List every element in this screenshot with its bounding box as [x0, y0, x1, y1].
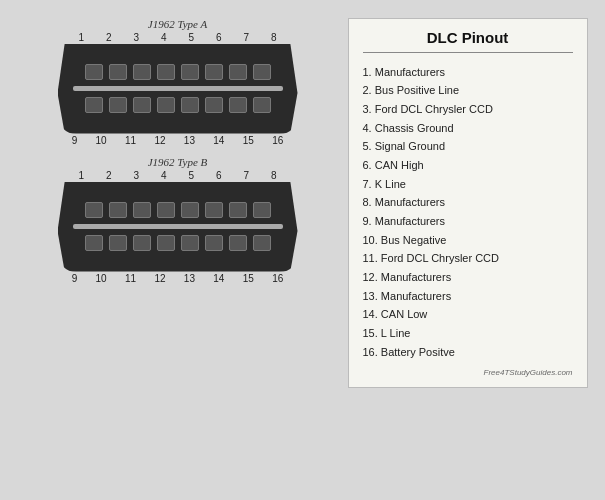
pin-b-num-3: 3: [133, 170, 139, 181]
pin-b8: [253, 202, 271, 218]
pin-num-15: 15: [243, 135, 254, 146]
pin-b15: [229, 235, 247, 251]
pinout-item-5: 5. Signal Ground: [363, 137, 573, 156]
pinout-item-13: 13. Manufacturers: [363, 287, 573, 306]
pin-b-num-8: 8: [271, 170, 277, 181]
pin-b-num-15: 15: [243, 273, 254, 284]
pin-b-num-13: 13: [184, 273, 195, 284]
pin-b16: [253, 235, 271, 251]
pinout-item-1: 1. Manufacturers: [363, 63, 573, 82]
pin-a15: [229, 97, 247, 113]
connector-a-row-top: [85, 64, 271, 80]
connector-a-top-pins: 1 2 3 4 5 6 7 8: [58, 32, 298, 43]
pinout-item-4: 4. Chassis Ground: [363, 119, 573, 138]
pin-b12: [157, 235, 175, 251]
pin-num-11: 11: [125, 135, 136, 146]
pinout-item-15: 15. L Line: [363, 324, 573, 343]
pin-b-num-7: 7: [243, 170, 249, 181]
pin-b-num-11: 11: [125, 273, 136, 284]
connector-a-title: J1962 Type A: [148, 18, 207, 30]
pin-num-3: 3: [133, 32, 139, 43]
pin-num-16: 16: [272, 135, 283, 146]
pin-b-num-14: 14: [213, 273, 224, 284]
main-container: J1962 Type A 1 2 3 4 5 6 7 8: [8, 8, 598, 493]
pin-a4: [157, 64, 175, 80]
pin-a9: [85, 97, 103, 113]
connector-b-title: J1962 Type B: [148, 156, 208, 168]
pin-num-14: 14: [213, 135, 224, 146]
watermark: Free4TStudyGuides.com: [363, 368, 573, 377]
pin-num-4: 4: [161, 32, 167, 43]
pin-b-num-1: 1: [78, 170, 84, 181]
connector-b-body: [58, 182, 298, 272]
pin-b-num-6: 6: [216, 170, 222, 181]
pin-b1: [85, 202, 103, 218]
pinout-list: 1. Manufacturers2. Bus Positive Line3. F…: [363, 63, 573, 362]
connector-b-row-bottom: [85, 235, 271, 251]
pin-num-5: 5: [188, 32, 194, 43]
pin-a10: [109, 97, 127, 113]
pin-b5: [181, 202, 199, 218]
pinout-item-6: 6. CAN High: [363, 156, 573, 175]
pinout-item-12: 12. Manufacturers: [363, 268, 573, 287]
pinout-item-3: 3. Ford DCL Chrysler CCD: [363, 100, 573, 119]
pin-b9: [85, 235, 103, 251]
pin-num-7: 7: [243, 32, 249, 43]
connector-b-row-top: [85, 202, 271, 218]
pinout-item-11: 11. Ford DCL Chrysler CCD: [363, 249, 573, 268]
connectors-section: J1962 Type A 1 2 3 4 5 6 7 8: [18, 18, 338, 284]
pin-b6: [205, 202, 223, 218]
pin-b2: [109, 202, 127, 218]
pin-b3: [133, 202, 151, 218]
pin-a16: [253, 97, 271, 113]
pin-b10: [109, 235, 127, 251]
pin-b-num-5: 5: [188, 170, 194, 181]
pin-b7: [229, 202, 247, 218]
pinout-item-14: 14. CAN Low: [363, 305, 573, 324]
pin-a1: [85, 64, 103, 80]
connector-a-body: [58, 44, 298, 134]
pinout-item-9: 9. Manufacturers: [363, 212, 573, 231]
connector-a-row-bottom: [85, 97, 271, 113]
pinout-title: DLC Pinout: [363, 29, 573, 53]
pin-a11: [133, 97, 151, 113]
pin-num-1: 1: [78, 32, 84, 43]
pinout-panel: DLC Pinout 1. Manufacturers2. Bus Positi…: [348, 18, 588, 388]
connector-a-stripe: [73, 86, 283, 91]
connector-b-stripe: [73, 224, 283, 229]
pin-num-8: 8: [271, 32, 277, 43]
pin-a8: [253, 64, 271, 80]
connector-b-top-pins: 1 2 3 4 5 6 7 8: [58, 170, 298, 181]
pin-b13: [181, 235, 199, 251]
pinout-item-7: 7. K Line: [363, 175, 573, 194]
pin-a5: [181, 64, 199, 80]
connector-a-block: J1962 Type A 1 2 3 4 5 6 7 8: [58, 18, 298, 146]
pin-a12: [157, 97, 175, 113]
pin-num-9: 9: [72, 135, 78, 146]
connector-b-bottom-pins: 9 10 11 12 13 14 15 16: [58, 273, 298, 284]
connector-b-block: J1962 Type B 1 2 3 4 5 6 7 8: [58, 156, 298, 284]
pin-b14: [205, 235, 223, 251]
pin-a3: [133, 64, 151, 80]
pin-num-2: 2: [106, 32, 112, 43]
pin-b11: [133, 235, 151, 251]
pin-num-6: 6: [216, 32, 222, 43]
pin-b-num-2: 2: [106, 170, 112, 181]
pin-num-12: 12: [154, 135, 165, 146]
pin-b-num-12: 12: [154, 273, 165, 284]
pin-b-num-4: 4: [161, 170, 167, 181]
pin-a14: [205, 97, 223, 113]
pin-b-num-16: 16: [272, 273, 283, 284]
pin-b-num-10: 10: [96, 273, 107, 284]
pin-b4: [157, 202, 175, 218]
pin-a2: [109, 64, 127, 80]
pin-num-10: 10: [96, 135, 107, 146]
pinout-item-10: 10. Bus Negative: [363, 231, 573, 250]
pin-a13: [181, 97, 199, 113]
pinout-item-16: 16. Battery Positve: [363, 343, 573, 362]
pinout-item-2: 2. Bus Positive Line: [363, 81, 573, 100]
connector-a-bottom-pins: 9 10 11 12 13 14 15 16: [58, 135, 298, 146]
pin-b-num-9: 9: [72, 273, 78, 284]
pin-a6: [205, 64, 223, 80]
pin-num-13: 13: [184, 135, 195, 146]
